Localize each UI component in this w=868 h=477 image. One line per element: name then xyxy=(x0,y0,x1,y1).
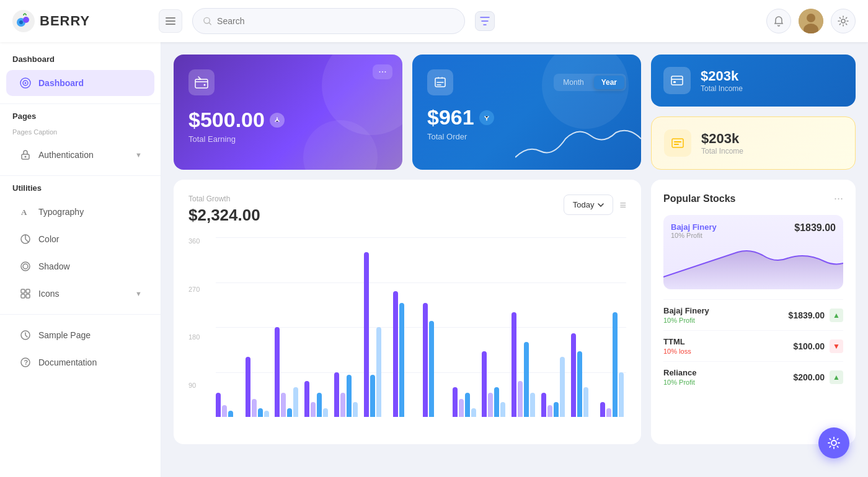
stock-price: $100.00 xyxy=(793,341,825,351)
sample-icon xyxy=(19,328,32,342)
search-bar xyxy=(192,8,465,34)
bar-group-5 xyxy=(364,237,390,417)
search-input[interactable] xyxy=(217,16,454,26)
bar-group-9 xyxy=(482,237,508,417)
tab-month[interactable]: Month xyxy=(556,76,591,89)
bar-group-11 xyxy=(541,237,567,417)
bar-chart-area: 360 270 180 90 xyxy=(188,237,626,429)
svg-point-14 xyxy=(25,82,27,84)
bar-group-7 xyxy=(423,237,449,417)
chart-bar xyxy=(334,372,339,418)
sidebar-item-sample[interactable]: Sample Page xyxy=(6,322,154,348)
svg-point-11 xyxy=(841,19,845,23)
svg-point-2 xyxy=(23,17,29,23)
sidebar-item-color[interactable]: Color xyxy=(6,226,154,252)
header: BERRY xyxy=(0,0,868,42)
y-axis-labels: 360 270 180 90 xyxy=(188,237,213,429)
bar-group-3 xyxy=(304,237,330,417)
user-avatar xyxy=(799,9,823,33)
sidebar-item-shadow[interactable]: Shadow xyxy=(6,253,154,279)
chart-bar xyxy=(264,411,269,417)
sidebar-item-typography[interactable]: A Typography xyxy=(6,199,154,225)
sidebar-item-authentication[interactable]: Authentication ▼ xyxy=(6,142,154,168)
stocks-more-button[interactable]: ··· xyxy=(834,192,843,205)
bar-group-12 xyxy=(571,237,597,417)
tab-year[interactable]: Year xyxy=(594,76,624,89)
authentication-chevron: ▼ xyxy=(135,151,142,159)
chart-bar xyxy=(459,399,464,417)
charts-row: Total Growth $2,324.00 Today ≡ xyxy=(174,180,856,444)
stocks-list: Bajaj Finery 10% Profit $1839.00 ▲ TTML … xyxy=(663,299,843,392)
notification-button[interactable] xyxy=(766,9,791,33)
chart-bar xyxy=(275,327,280,417)
svg-point-16 xyxy=(25,156,27,158)
chart-bar xyxy=(287,408,292,418)
header-right xyxy=(766,9,856,33)
bar-group-1 xyxy=(246,237,272,417)
sidebar-item-dashboard[interactable]: Dashboard xyxy=(6,70,154,96)
chart-bar xyxy=(619,372,624,418)
bar-group-4 xyxy=(334,237,360,417)
stock-trend-badge: ▲ xyxy=(830,309,843,322)
stock-name: TTML xyxy=(663,337,691,346)
chart-bar xyxy=(541,393,546,417)
svg-rect-6 xyxy=(166,24,175,25)
card-income-blue: $203k Total Income xyxy=(651,55,856,107)
sidebar-pages-caption: Pages Caption xyxy=(0,126,161,141)
right-cards: $203k Total Income $203k Total Income xyxy=(651,55,856,170)
sidebar-section-dashboard: Dashboard xyxy=(0,55,161,69)
chart-bar xyxy=(613,312,618,417)
berry-logo-icon xyxy=(12,10,35,32)
sidebar-divider-2 xyxy=(0,175,161,176)
avatar[interactable] xyxy=(799,9,823,33)
sidebar-divider-1 xyxy=(0,103,161,104)
fab-settings-button[interactable] xyxy=(818,427,849,458)
svg-point-20 xyxy=(23,264,28,269)
order-trend-icon xyxy=(479,110,494,125)
card-total-order: Month Year $961 Total Order xyxy=(412,55,641,170)
svg-text:?: ? xyxy=(24,359,29,366)
chart-bar xyxy=(323,408,328,418)
chart-bar xyxy=(494,387,499,417)
search-icon xyxy=(203,16,212,26)
settings-button[interactable] xyxy=(831,9,856,33)
chart-bar xyxy=(583,387,588,417)
stock-name: Reliance xyxy=(663,368,696,377)
stock-price: $200.00 xyxy=(793,372,825,382)
chart-bar xyxy=(465,393,470,417)
svg-rect-5 xyxy=(166,20,175,22)
stock-info: Reliance 10% Profit xyxy=(663,368,696,386)
sidebar: Dashboard Dashboard Pages Pages Caption … xyxy=(0,42,161,477)
earning-trend-icon xyxy=(270,113,285,128)
stock-list-item: Reliance 10% Profit $200.00 ▲ xyxy=(663,361,843,392)
sidebar-item-docs[interactable]: ? Documentation xyxy=(6,349,154,375)
growth-chart-card: Total Growth $2,324.00 Today ≡ xyxy=(174,180,641,444)
search-filter-button[interactable] xyxy=(475,11,495,31)
chart-bar xyxy=(353,402,358,417)
popular-stocks-card: Popular Stocks ··· Bajaj Finery 10% Prof… xyxy=(651,180,856,444)
hamburger-button[interactable] xyxy=(159,9,182,33)
stock-list-item: TTML 10% loss $100.00 ▼ xyxy=(663,330,843,361)
order-tab-group: Month Year xyxy=(554,74,626,91)
order-icon xyxy=(427,69,453,95)
featured-stock-chart: Bajaj Finery 10% Profit $1839.00 xyxy=(663,215,843,289)
card-more-button[interactable]: ··· xyxy=(373,64,392,79)
chart-bar xyxy=(228,411,233,417)
bar-group-2 xyxy=(275,237,301,417)
filter-icon xyxy=(480,17,490,25)
authentication-icon xyxy=(19,148,32,162)
svg-rect-24 xyxy=(26,294,30,298)
income-blue-text: $203k Total Income xyxy=(701,68,743,93)
sidebar-item-icons[interactable]: Icons ▼ xyxy=(6,281,154,307)
income-yellow-text: $203k Total Income xyxy=(701,131,743,155)
bars-container xyxy=(216,237,626,417)
chart-menu-button[interactable]: ≡ xyxy=(619,199,626,211)
today-button[interactable]: Today xyxy=(564,195,614,215)
chart-bar xyxy=(524,342,529,417)
earning-label: Total Earning xyxy=(188,134,388,144)
chart-bar xyxy=(606,408,611,418)
stock-trend-badge: ▲ xyxy=(830,370,843,384)
logo-area: BERRY xyxy=(12,10,149,32)
dropdown-arrow-icon xyxy=(598,203,604,207)
chart-bar xyxy=(370,375,375,417)
